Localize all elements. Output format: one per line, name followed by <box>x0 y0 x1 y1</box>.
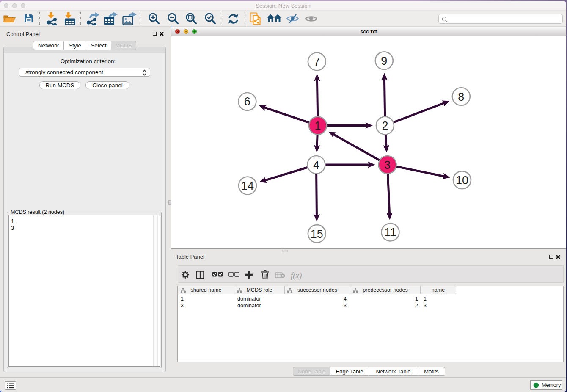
svg-text:10: 10 <box>456 174 468 187</box>
svg-text:4: 4 <box>313 159 319 171</box>
svg-text:3: 3 <box>384 159 391 171</box>
svg-text:6: 6 <box>244 95 250 108</box>
svg-text:15: 15 <box>311 228 323 240</box>
svg-text:7: 7 <box>314 55 320 68</box>
svg-text:8: 8 <box>458 91 464 103</box>
svg-text:11: 11 <box>385 226 396 239</box>
svg-text:14: 14 <box>241 179 254 192</box>
svg-text:9: 9 <box>381 55 387 67</box>
svg-text:1: 1 <box>314 119 321 132</box>
svg-text:2: 2 <box>382 119 388 132</box>
